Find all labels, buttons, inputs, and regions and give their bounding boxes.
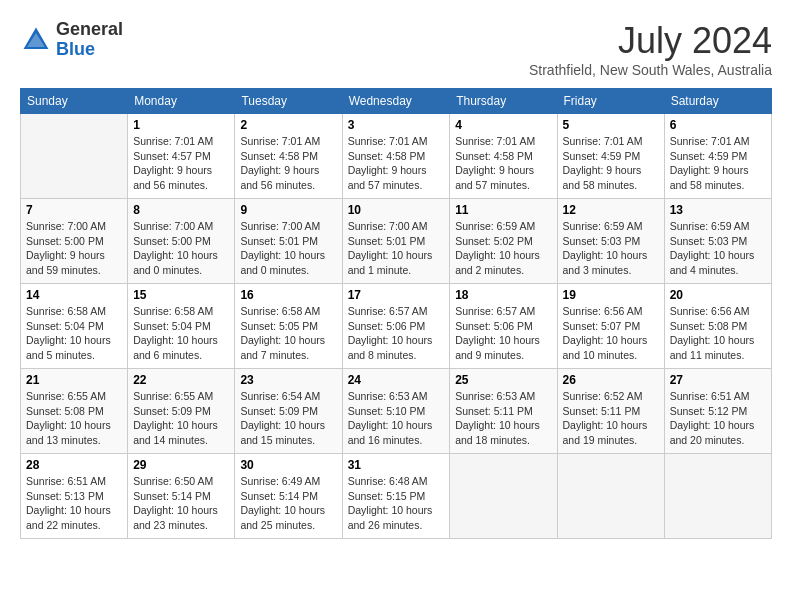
calendar-cell: 17Sunrise: 6:57 AMSunset: 5:06 PMDayligh… [342,284,450,369]
day-info: Sunrise: 6:58 AMSunset: 5:05 PMDaylight:… [240,304,336,363]
logo-icon [20,24,52,56]
day-info: Sunrise: 6:49 AMSunset: 5:14 PMDaylight:… [240,474,336,533]
calendar-cell: 22Sunrise: 6:55 AMSunset: 5:09 PMDayligh… [128,369,235,454]
day-info: Sunrise: 6:50 AMSunset: 5:14 PMDaylight:… [133,474,229,533]
day-info: Sunrise: 6:51 AMSunset: 5:12 PMDaylight:… [670,389,766,448]
week-row-4: 21Sunrise: 6:55 AMSunset: 5:08 PMDayligh… [21,369,772,454]
day-number: 16 [240,288,336,302]
title-block: July 2024 Strathfield, New South Wales, … [529,20,772,78]
day-info: Sunrise: 6:58 AMSunset: 5:04 PMDaylight:… [26,304,122,363]
calendar-cell: 12Sunrise: 6:59 AMSunset: 5:03 PMDayligh… [557,199,664,284]
calendar-cell: 8Sunrise: 7:00 AMSunset: 5:00 PMDaylight… [128,199,235,284]
day-info: Sunrise: 7:00 AMSunset: 5:00 PMDaylight:… [26,219,122,278]
day-number: 4 [455,118,551,132]
day-number: 31 [348,458,445,472]
day-number: 5 [563,118,659,132]
day-info: Sunrise: 6:57 AMSunset: 5:06 PMDaylight:… [348,304,445,363]
calendar-cell: 19Sunrise: 6:56 AMSunset: 5:07 PMDayligh… [557,284,664,369]
day-number: 15 [133,288,229,302]
calendar-cell: 7Sunrise: 7:00 AMSunset: 5:00 PMDaylight… [21,199,128,284]
col-tuesday: Tuesday [235,89,342,114]
day-number: 8 [133,203,229,217]
week-row-2: 7Sunrise: 7:00 AMSunset: 5:00 PMDaylight… [21,199,772,284]
day-info: Sunrise: 6:53 AMSunset: 5:10 PMDaylight:… [348,389,445,448]
col-monday: Monday [128,89,235,114]
day-info: Sunrise: 6:55 AMSunset: 5:08 PMDaylight:… [26,389,122,448]
calendar-cell: 26Sunrise: 6:52 AMSunset: 5:11 PMDayligh… [557,369,664,454]
day-info: Sunrise: 6:53 AMSunset: 5:11 PMDaylight:… [455,389,551,448]
day-info: Sunrise: 7:00 AMSunset: 5:00 PMDaylight:… [133,219,229,278]
day-number: 17 [348,288,445,302]
day-info: Sunrise: 7:00 AMSunset: 5:01 PMDaylight:… [240,219,336,278]
day-number: 24 [348,373,445,387]
week-row-1: 1Sunrise: 7:01 AMSunset: 4:57 PMDaylight… [21,114,772,199]
day-number: 19 [563,288,659,302]
day-number: 6 [670,118,766,132]
calendar-cell: 6Sunrise: 7:01 AMSunset: 4:59 PMDaylight… [664,114,771,199]
calendar-cell [557,454,664,539]
day-number: 20 [670,288,766,302]
day-number: 29 [133,458,229,472]
calendar-cell: 2Sunrise: 7:01 AMSunset: 4:58 PMDaylight… [235,114,342,199]
calendar-cell: 9Sunrise: 7:00 AMSunset: 5:01 PMDaylight… [235,199,342,284]
day-number: 27 [670,373,766,387]
day-info: Sunrise: 6:54 AMSunset: 5:09 PMDaylight:… [240,389,336,448]
day-number: 11 [455,203,551,217]
day-info: Sunrise: 7:01 AMSunset: 4:59 PMDaylight:… [670,134,766,193]
location: Strathfield, New South Wales, Australia [529,62,772,78]
col-friday: Friday [557,89,664,114]
day-info: Sunrise: 6:52 AMSunset: 5:11 PMDaylight:… [563,389,659,448]
calendar-cell: 11Sunrise: 6:59 AMSunset: 5:02 PMDayligh… [450,199,557,284]
day-number: 12 [563,203,659,217]
month-title: July 2024 [529,20,772,62]
calendar-cell: 31Sunrise: 6:48 AMSunset: 5:15 PMDayligh… [342,454,450,539]
calendar-cell: 16Sunrise: 6:58 AMSunset: 5:05 PMDayligh… [235,284,342,369]
day-info: Sunrise: 7:01 AMSunset: 4:58 PMDaylight:… [240,134,336,193]
calendar-cell: 18Sunrise: 6:57 AMSunset: 5:06 PMDayligh… [450,284,557,369]
calendar-cell: 15Sunrise: 6:58 AMSunset: 5:04 PMDayligh… [128,284,235,369]
day-number: 10 [348,203,445,217]
day-number: 26 [563,373,659,387]
logo-text: General Blue [56,20,123,60]
day-info: Sunrise: 6:48 AMSunset: 5:15 PMDaylight:… [348,474,445,533]
day-info: Sunrise: 6:59 AMSunset: 5:03 PMDaylight:… [670,219,766,278]
calendar-cell: 3Sunrise: 7:01 AMSunset: 4:58 PMDaylight… [342,114,450,199]
calendar-cell: 10Sunrise: 7:00 AMSunset: 5:01 PMDayligh… [342,199,450,284]
calendar-cell: 5Sunrise: 7:01 AMSunset: 4:59 PMDaylight… [557,114,664,199]
day-number: 22 [133,373,229,387]
logo-general: General [56,19,123,39]
day-number: 14 [26,288,122,302]
calendar-cell: 21Sunrise: 6:55 AMSunset: 5:08 PMDayligh… [21,369,128,454]
logo: General Blue [20,20,123,60]
day-number: 7 [26,203,122,217]
calendar-cell [450,454,557,539]
day-number: 9 [240,203,336,217]
week-row-3: 14Sunrise: 6:58 AMSunset: 5:04 PMDayligh… [21,284,772,369]
day-number: 18 [455,288,551,302]
day-number: 21 [26,373,122,387]
col-saturday: Saturday [664,89,771,114]
day-info: Sunrise: 6:51 AMSunset: 5:13 PMDaylight:… [26,474,122,533]
day-info: Sunrise: 6:57 AMSunset: 5:06 PMDaylight:… [455,304,551,363]
calendar-cell: 27Sunrise: 6:51 AMSunset: 5:12 PMDayligh… [664,369,771,454]
calendar-cell: 1Sunrise: 7:01 AMSunset: 4:57 PMDaylight… [128,114,235,199]
day-info: Sunrise: 6:56 AMSunset: 5:08 PMDaylight:… [670,304,766,363]
calendar-cell: 20Sunrise: 6:56 AMSunset: 5:08 PMDayligh… [664,284,771,369]
day-number: 3 [348,118,445,132]
calendar-cell: 24Sunrise: 6:53 AMSunset: 5:10 PMDayligh… [342,369,450,454]
day-number: 30 [240,458,336,472]
day-info: Sunrise: 7:01 AMSunset: 4:58 PMDaylight:… [455,134,551,193]
calendar-table: Sunday Monday Tuesday Wednesday Thursday… [20,88,772,539]
col-thursday: Thursday [450,89,557,114]
calendar-cell [664,454,771,539]
day-info: Sunrise: 7:00 AMSunset: 5:01 PMDaylight:… [348,219,445,278]
day-info: Sunrise: 6:59 AMSunset: 5:02 PMDaylight:… [455,219,551,278]
week-row-5: 28Sunrise: 6:51 AMSunset: 5:13 PMDayligh… [21,454,772,539]
day-info: Sunrise: 7:01 AMSunset: 4:57 PMDaylight:… [133,134,229,193]
calendar-cell [21,114,128,199]
calendar-cell: 28Sunrise: 6:51 AMSunset: 5:13 PMDayligh… [21,454,128,539]
day-number: 28 [26,458,122,472]
calendar-cell: 29Sunrise: 6:50 AMSunset: 5:14 PMDayligh… [128,454,235,539]
calendar-cell: 13Sunrise: 6:59 AMSunset: 5:03 PMDayligh… [664,199,771,284]
calendar-cell: 14Sunrise: 6:58 AMSunset: 5:04 PMDayligh… [21,284,128,369]
